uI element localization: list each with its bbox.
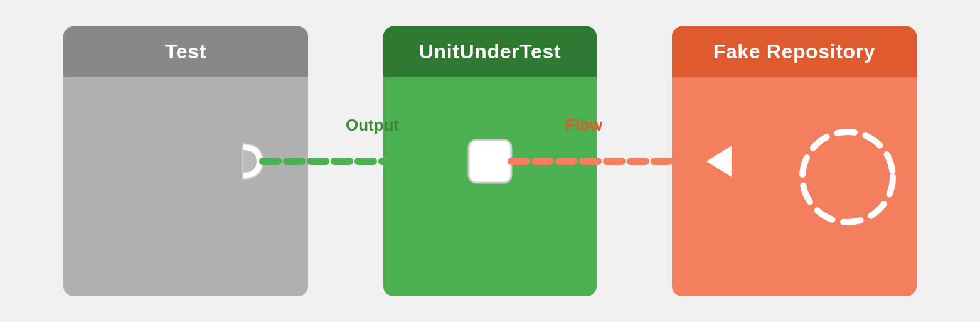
unit-square-connector [469, 140, 511, 183]
flow-label: Flow [565, 115, 603, 134]
arrow-head [706, 146, 732, 177]
fake-dashed-circle [802, 132, 893, 222]
connections-svg: Output Flow [13, 14, 967, 309]
diagram-container: Test UnitUnderTest Fake Repository [13, 14, 967, 309]
output-label: Output [346, 115, 400, 134]
